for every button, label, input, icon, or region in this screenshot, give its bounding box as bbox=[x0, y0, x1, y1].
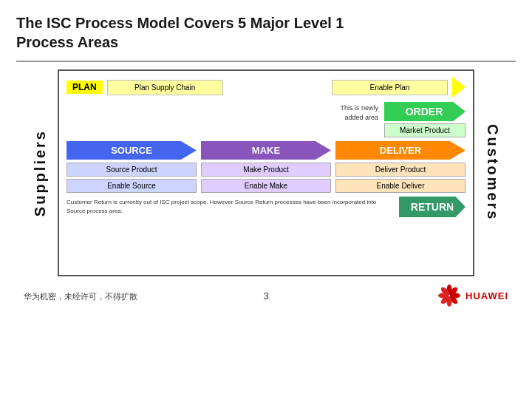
deliver-block: DELIVER Deliver Product Enable Deliver bbox=[335, 141, 466, 193]
make-product: Make Product bbox=[201, 163, 331, 177]
huawei-text: HUAWEI bbox=[466, 290, 508, 301]
footer-text: 华为机密，未经许可，不得扩散 bbox=[24, 292, 137, 301]
page-number: 3 bbox=[263, 290, 268, 301]
slide: The ISC Process Model Covers 5 Major Lev… bbox=[0, 0, 532, 399]
order-block: ORDER Market Product bbox=[384, 102, 466, 137]
source-label: SOURCE bbox=[66, 141, 197, 160]
footer-left: 华为机密，未经许可，不得扩散 bbox=[24, 289, 185, 302]
return-label: RETURN bbox=[399, 197, 466, 217]
plan-arrow bbox=[452, 77, 466, 98]
order-label: ORDER bbox=[384, 102, 466, 121]
return-row: Customer Return is currently out of ISC … bbox=[66, 197, 466, 217]
bottom-bar: 华为机密，未经许可，不得扩散 3 HUAWEI bbox=[16, 282, 516, 309]
make-label: MAKE bbox=[201, 141, 331, 160]
order-section: This is newlyadded area ORDER Market Pro… bbox=[66, 102, 466, 137]
suppliers-label: Suppliers bbox=[32, 129, 49, 216]
smd-row: SOURCE Source Product Enable Source MAKE… bbox=[66, 141, 466, 193]
plan-supply-chain: Plan Supply Chain bbox=[107, 80, 223, 95]
plan-enable-plan: Enable Plan bbox=[332, 80, 448, 95]
enable-source: Enable Source bbox=[66, 179, 197, 193]
huawei-logo-wrap: HUAWEI bbox=[347, 282, 508, 309]
new-added-note: This is newlyadded area bbox=[340, 103, 378, 122]
page-number-wrap: 3 bbox=[185, 289, 347, 302]
slide-title: The ISC Process Model Covers 5 Major Lev… bbox=[16, 13, 516, 52]
huawei-logo-icon bbox=[436, 282, 463, 309]
plan-label: PLAN bbox=[66, 81, 103, 94]
market-product: Market Product bbox=[384, 123, 466, 137]
make-block: MAKE Make Product Enable Make bbox=[201, 141, 331, 193]
enable-deliver: Enable Deliver bbox=[335, 179, 466, 193]
deliver-label: DELIVER bbox=[335, 141, 466, 160]
process-container: PLAN Plan Supply Chain Enable Plan This … bbox=[58, 69, 474, 276]
enable-make: Enable Make bbox=[201, 179, 331, 193]
source-block: SOURCE Source Product Enable Source bbox=[66, 141, 197, 193]
customers-label: Customers bbox=[484, 124, 501, 221]
plan-section: PLAN Plan Supply Chain Enable Plan bbox=[66, 77, 466, 98]
deliver-product: Deliver Product bbox=[335, 163, 466, 177]
return-note: Customer Return is currently out of ISC … bbox=[66, 198, 393, 216]
source-product: Source Product bbox=[66, 163, 197, 177]
